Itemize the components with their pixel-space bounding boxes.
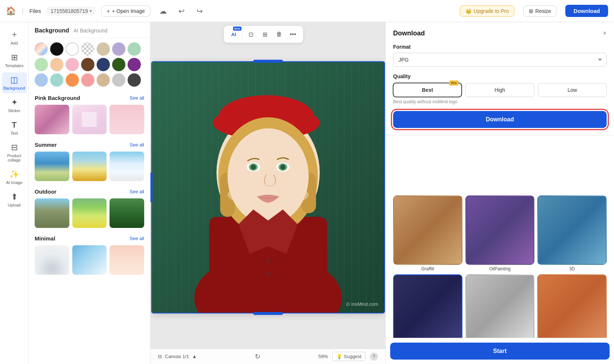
start-button[interactable]: Start [390, 343, 610, 360]
pink-background-grid [35, 105, 144, 134]
color-swatch-purple[interactable] [128, 58, 141, 71]
color-swatch-beige[interactable] [97, 42, 110, 56]
ai-style-ps2[interactable]: PS2 [465, 274, 535, 338]
download-action-button[interactable]: Download [393, 111, 607, 128]
color-swatch-black[interactable] [50, 42, 63, 56]
panel-subtitle[interactable]: AI Background [73, 28, 107, 34]
suggest-icon: 💡 [336, 354, 342, 359]
quality-high-button[interactable]: High [465, 83, 534, 97]
delete-icon: 🗑 [276, 31, 282, 38]
color-swatch-white[interactable] [66, 42, 79, 56]
redo-button[interactable]: ↪ [194, 5, 206, 17]
pink-background-see-all[interactable]: See all [129, 95, 144, 101]
clay-thumb [537, 274, 607, 338]
toolbar-divider [242, 30, 243, 38]
format-select[interactable]: JPG PNG WEBP [393, 53, 607, 67]
minimal-see-all[interactable]: See all [129, 236, 144, 241]
topbar-download-button[interactable]: Download [565, 5, 608, 17]
color-swatch-tan[interactable] [97, 73, 110, 87]
ai-style-dc-comics[interactable]: DC-Comics [393, 274, 462, 338]
panel-title: Background [35, 27, 69, 34]
help-button[interactable]: ? [370, 353, 378, 361]
start-btn-container: Start [386, 338, 614, 364]
color-swatch-silver[interactable] [112, 73, 125, 87]
color-swatch-charcoal[interactable] [128, 73, 141, 87]
summer-item-2[interactable] [72, 152, 107, 181]
summer-see-all[interactable]: See all [129, 142, 144, 148]
more-options-button[interactable]: ••• [287, 28, 299, 41]
color-swatch-pink-light[interactable] [66, 58, 79, 71]
minimal-item-3[interactable] [110, 245, 144, 275]
quality-low-button[interactable]: Low [538, 83, 607, 97]
outdoor-item-2[interactable] [72, 198, 107, 228]
graffiti-thumb [393, 195, 462, 265]
outdoor-item-3[interactable] [110, 198, 144, 228]
color-swatch-pink-salmon[interactable] [81, 73, 94, 87]
sidebar-item-upload[interactable]: ⬆ Upload [2, 189, 27, 210]
download-panel: Download × Format JPG PNG WEBP Quality P… [386, 22, 614, 136]
color-swatch-mint[interactable] [128, 42, 141, 56]
color-swatch-checker[interactable] [81, 42, 94, 56]
home-button[interactable]: 🏠 [6, 6, 16, 16]
color-swatch-gradient[interactable] [35, 42, 48, 56]
suggest-button[interactable]: 💡 Suggest [332, 352, 365, 361]
sidebar-item-add[interactable]: ＋ Add [2, 26, 27, 48]
delete-button[interactable]: 🗑 [273, 28, 285, 41]
handle-top[interactable] [253, 60, 283, 63]
sync-icon[interactable]: ☁ [156, 5, 170, 17]
sidebar-item-sticker[interactable]: ✦ Sticker [2, 95, 27, 116]
canvas-label: Canvas 1/1 [165, 354, 189, 359]
minimal-grid [35, 245, 144, 275]
sidebar-item-text[interactable]: T Text [2, 117, 27, 138]
color-swatch-brown[interactable] [81, 58, 94, 71]
upgrade-button[interactable]: 👑 Upgrade to Pro [460, 6, 514, 17]
sidebar-item-templates[interactable]: ⊞ Templates [2, 50, 27, 71]
canvas-image[interactable]: ⊙ insMind.com [152, 62, 384, 313]
sidebar-item-product-collage[interactable]: ⊟ Product collage [2, 140, 27, 165]
minimal-item-2[interactable] [72, 245, 107, 275]
quality-best-button[interactable]: Pro Best [393, 83, 462, 97]
color-swatch-navy[interactable] [97, 58, 110, 71]
summer-item-3[interactable] [110, 152, 144, 181]
open-image-button[interactable]: + + Open Image [101, 6, 150, 17]
pro-badge: Pro [449, 80, 458, 86]
sidebar-item-background[interactable]: ◫ Background [2, 72, 27, 93]
oilpainting-thumb [465, 195, 535, 265]
crop-button[interactable]: ⊡ [245, 28, 257, 41]
pink-bg-item-2[interactable] [72, 105, 107, 134]
color-swatch-dark-green[interactable] [112, 58, 125, 71]
minimal-item-1[interactable] [35, 245, 69, 275]
ai-style-oilpainting[interactable]: OilPainting [465, 195, 535, 271]
summer-item-1[interactable] [35, 152, 69, 181]
undo-button[interactable]: ↩ [176, 5, 188, 17]
download-panel-title: Download [393, 30, 425, 37]
svg-point-16 [265, 258, 271, 264]
close-download-panel-button[interactable]: × [603, 30, 607, 37]
color-swatch-orange[interactable] [66, 73, 79, 87]
icon-sidebar: ＋ Add ⊞ Templates ◫ Background ✦ Sticker… [0, 22, 29, 364]
canvas-expand-icon[interactable]: ▲ [192, 354, 197, 359]
color-swatch-teal-light[interactable] [50, 73, 63, 87]
sidebar-item-ai-image[interactable]: ✨ AI Image [2, 167, 27, 188]
color-swatch-lavender[interactable] [112, 42, 125, 56]
resize-button[interactable]: ⊞ Resize [523, 6, 557, 17]
ai-style-graffiti[interactable]: Graffiti [393, 195, 462, 271]
outdoor-item-1[interactable] [35, 198, 69, 228]
files-link[interactable]: Files [30, 8, 41, 14]
refresh-button[interactable]: ↻ [255, 353, 260, 361]
ai-tool-button[interactable]: AI New [228, 28, 240, 41]
duplicate-button[interactable]: ⊞ [259, 28, 271, 41]
color-swatch-green-light[interactable] [35, 58, 48, 71]
main-layout: ＋ Add ⊞ Templates ◫ Background ✦ Sticker… [0, 22, 614, 364]
pink-bg-item-3[interactable] [110, 105, 144, 134]
format-label: Format [393, 44, 607, 50]
color-swatch-peach[interactable] [50, 58, 63, 71]
pink-bg-item-1[interactable] [35, 105, 69, 134]
color-swatch-blue-light[interactable] [35, 73, 48, 87]
ai-style-3d[interactable]: 3D [537, 195, 607, 271]
handle-bottom[interactable] [253, 312, 283, 315]
outdoor-see-all[interactable]: See all [129, 189, 144, 194]
ai-style-clay[interactable]: Clay [537, 274, 607, 338]
handle-left[interactable] [150, 173, 153, 202]
filename-display[interactable]: 1715581805719 ▾ [47, 7, 95, 15]
